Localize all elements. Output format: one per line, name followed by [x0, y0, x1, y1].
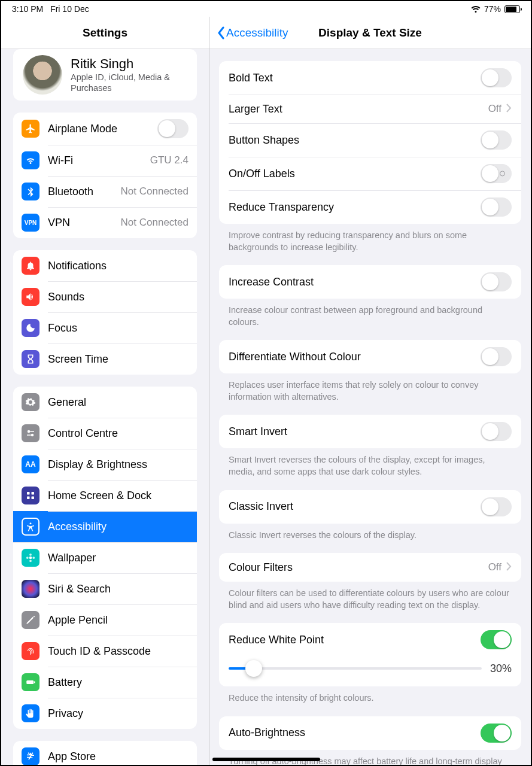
sidebar-item-battery[interactable]: Battery — [13, 667, 197, 698]
bell-icon — [22, 257, 39, 275]
row-value: Not Connected — [121, 217, 189, 229]
row-auto-brightness[interactable]: Auto-Brightness — [219, 716, 521, 750]
row-onoff-labels[interactable]: On/Off Labels — [219, 157, 521, 190]
battery-icon — [22, 673, 39, 691]
reduce-white-point-toggle[interactable] — [481, 630, 512, 649]
row-reduce-white-point[interactable]: Reduce White Point — [219, 623, 521, 656]
chevron-right-icon — [506, 104, 512, 115]
row-label: Home Screen & Dock — [48, 490, 189, 502]
fingerprint-icon — [22, 642, 39, 660]
footer-reduce-transparency: Improve contrast by reducing transparenc… — [209, 224, 531, 253]
row-label: Battery — [48, 676, 189, 689]
sidebar-item-wallpaper[interactable]: Wallpaper — [13, 542, 197, 573]
svg-rect-6 — [27, 497, 30, 500]
sidebar-item-privacy[interactable]: Privacy — [13, 698, 197, 729]
row-label: Apple Pencil — [48, 614, 189, 627]
sidebar-item-display-brightness[interactable]: AADisplay & Brightness — [13, 449, 197, 480]
appstore-icon — [22, 747, 39, 765]
detail-header: Accessibility Display & Text Size — [209, 17, 531, 49]
sidebar-item-touchid[interactable]: Touch ID & Passcode — [13, 636, 197, 667]
svg-point-12 — [26, 557, 29, 559]
sidebar-item-control-centre[interactable]: Control Centre — [13, 418, 197, 449]
auto-brightness-toggle[interactable] — [481, 724, 512, 743]
row-label: Colour Filters — [229, 561, 488, 574]
row-label: Wallpaper — [48, 552, 189, 564]
differentiate-toggle[interactable] — [481, 347, 512, 366]
back-button[interactable]: Accessibility — [217, 26, 288, 39]
row-smart-invert[interactable]: Smart Invert — [219, 415, 521, 448]
sidebar-item-general[interactable]: General — [13, 387, 197, 418]
row-value: GTU 2.4 — [150, 154, 189, 166]
bold-text-toggle[interactable] — [481, 68, 512, 87]
status-date: Fri 10 Dec — [50, 4, 89, 14]
siri-icon — [22, 580, 39, 598]
reduce-transparency-toggle[interactable] — [481, 197, 512, 217]
row-label: Wi-Fi — [48, 154, 142, 167]
row-differentiate-colour[interactable]: Differentiate Without Colour — [219, 340, 521, 373]
battery-icon — [504, 5, 520, 13]
detail-pane: Accessibility Display & Text Size Bold T… — [209, 17, 531, 765]
profile-subtitle: Apple ID, iCloud, Media & Purchases — [71, 72, 187, 93]
row-label: VPN — [48, 217, 113, 229]
vpn-icon: VPN — [22, 214, 39, 232]
back-label: Accessibility — [226, 26, 288, 39]
svg-rect-3 — [27, 434, 31, 436]
sidebar-item-bluetooth[interactable]: Bluetooth Not Connected — [13, 176, 197, 207]
pencil-icon — [22, 611, 39, 629]
svg-rect-7 — [32, 497, 35, 500]
status-battery: 77% — [484, 4, 501, 14]
row-reduce-transparency[interactable]: Reduce Transparency — [219, 190, 521, 224]
row-button-shapes[interactable]: Button Shapes — [219, 123, 521, 157]
row-bold-text[interactable]: Bold Text — [219, 61, 521, 95]
svg-point-13 — [32, 557, 35, 559]
moon-icon — [22, 319, 39, 337]
white-point-slider[interactable] — [229, 660, 482, 677]
classic-invert-toggle[interactable] — [481, 497, 512, 516]
row-classic-invert[interactable]: Classic Invert — [219, 490, 521, 524]
sidebar-item-screentime[interactable]: Screen Time — [13, 344, 197, 375]
row-colour-filters[interactable]: Colour FiltersOff — [219, 553, 521, 582]
increase-contrast-toggle[interactable] — [481, 272, 512, 291]
sidebar-item-apple-pencil[interactable]: Apple Pencil — [13, 604, 197, 636]
profile-card[interactable]: Ritik Singh Apple ID, iCloud, Media & Pu… — [13, 49, 197, 101]
sidebar-item-airplane[interactable]: Airplane Mode — [13, 113, 197, 145]
row-value: Not Connected — [121, 186, 189, 197]
sidebar-item-accessibility[interactable]: Accessibility — [13, 511, 197, 542]
sidebar-item-appstore[interactable]: App Store — [13, 741, 197, 765]
row-label: Larger Text — [229, 103, 488, 115]
svg-point-0 — [28, 430, 31, 433]
flower-icon — [22, 549, 39, 567]
svg-rect-14 — [26, 680, 34, 684]
gear-icon — [22, 393, 39, 411]
sidebar-item-notifications[interactable]: Notifications — [13, 250, 197, 281]
row-label: Notifications — [48, 260, 189, 272]
onoff-labels-toggle[interactable] — [481, 164, 512, 183]
settings-sidebar: Settings Ritik Singh Apple ID, iCloud, M… — [1, 17, 209, 765]
row-label: Reduce Transparency — [229, 201, 481, 214]
button-shapes-toggle[interactable] — [481, 130, 512, 150]
sidebar-item-siri[interactable]: Siri & Search — [13, 573, 197, 604]
svg-rect-1 — [30, 431, 34, 432]
sidebar-item-home-screen[interactable]: Home Screen & Dock — [13, 480, 197, 511]
row-increase-contrast[interactable]: Increase Contrast — [219, 265, 521, 299]
row-value: Off — [488, 561, 501, 573]
sidebar-item-vpn[interactable]: VPN VPN Not Connected — [13, 207, 197, 238]
wifi-icon — [471, 5, 481, 13]
svg-point-9 — [29, 557, 32, 560]
row-label: Bold Text — [229, 72, 481, 84]
airplane-toggle[interactable] — [157, 119, 189, 138]
accessibility-icon — [22, 518, 39, 536]
wifi-icon — [22, 151, 39, 169]
row-label: On/Off Labels — [229, 168, 481, 180]
row-larger-text[interactable]: Larger TextOff — [219, 95, 521, 123]
footer-white: Reduce the intensity of bright colours. — [209, 686, 531, 704]
row-label: Auto-Brightness — [229, 727, 481, 739]
sidebar-item-focus[interactable]: Focus — [13, 312, 197, 344]
home-indicator[interactable] — [212, 758, 320, 761]
sidebar-item-sounds[interactable]: Sounds — [13, 281, 197, 312]
row-label: Siri & Search — [48, 583, 189, 595]
smart-invert-toggle[interactable] — [481, 422, 512, 441]
footer-smart: Smart Invert reverses the colours of the… — [209, 448, 531, 478]
sidebar-item-wifi[interactable]: Wi-Fi GTU 2.4 — [13, 145, 197, 176]
sound-icon — [22, 288, 39, 306]
